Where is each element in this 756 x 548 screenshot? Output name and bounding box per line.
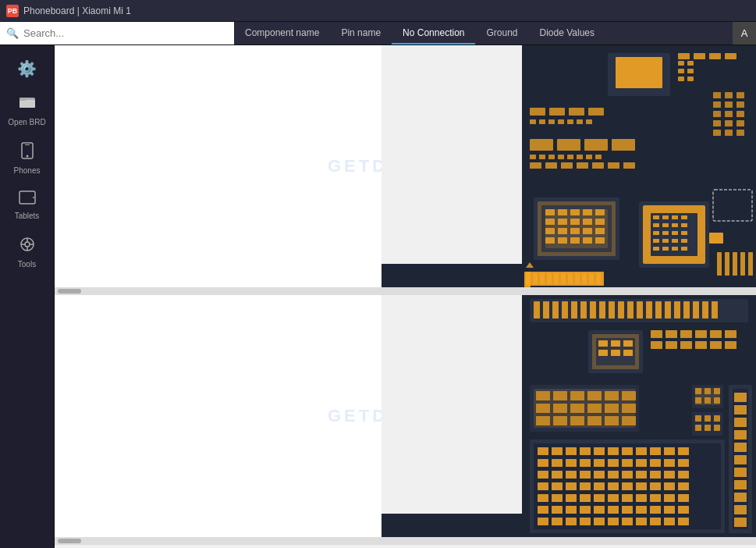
svg-rect-224	[580, 459, 591, 467]
svg-rect-161	[665, 301, 671, 318]
sidebar-label-tools: Tools	[18, 260, 36, 269]
search-icon: 🔍	[6, 27, 19, 39]
svg-rect-96	[558, 119, 564, 124]
svg-rect-222	[552, 459, 563, 467]
svg-rect-231	[678, 459, 689, 467]
sidebar-item-tools[interactable]: Tools	[0, 230, 54, 275]
svg-rect-299	[734, 518, 747, 527]
svg-rect-98	[577, 119, 583, 124]
svg-rect-152	[580, 301, 587, 318]
hscrollbar-bottom[interactable]	[55, 537, 756, 545]
svg-rect-215	[608, 447, 619, 455]
svg-rect-298	[734, 505, 747, 514]
pcb-svg-top	[382, 45, 756, 287]
tab-ground[interactable]: Ground	[475, 22, 528, 44]
svg-rect-216	[622, 447, 633, 455]
svg-rect-261	[636, 494, 647, 502]
sidebar-item-settings[interactable]: ⚙️	[0, 53, 54, 84]
hscrollbar-top[interactable]	[55, 287, 756, 295]
svg-rect-241	[664, 471, 675, 479]
svg-rect-142	[748, 252, 753, 276]
folder-icon	[19, 94, 36, 115]
svg-rect-148	[543, 301, 549, 318]
svg-rect-247	[594, 482, 605, 490]
svg-rect-39	[672, 223, 678, 227]
svg-rect-246	[580, 482, 591, 490]
svg-rect-182	[651, 341, 662, 349]
svg-rect-22	[709, 53, 721, 59]
svg-rect-240	[650, 471, 661, 479]
svg-rect-121	[713, 92, 721, 98]
svg-rect-23	[725, 53, 736, 59]
sidebar-label-open-brd: Open BRD	[8, 118, 45, 126]
settings-icon: ⚙️	[17, 59, 37, 78]
svg-rect-123	[736, 92, 744, 98]
svg-rect-72	[583, 209, 592, 215]
svg-rect-159	[646, 301, 652, 318]
svg-rect-193	[587, 391, 602, 400]
svg-rect-55	[533, 273, 538, 284]
board-panel-top: GETDROIDTIPS	[55, 45, 756, 287]
svg-rect-269	[594, 506, 605, 514]
svg-rect-139	[725, 252, 729, 276]
app-container: 🔍 Component name Pin name No Connection …	[0, 22, 756, 548]
svg-point-4	[26, 155, 28, 158]
svg-rect-76	[570, 219, 580, 225]
svg-rect-127	[713, 111, 721, 117]
svg-rect-78	[595, 219, 605, 225]
svg-rect-306	[705, 397, 711, 404]
board-area[interactable]: GETDROIDTIPS	[55, 45, 756, 548]
svg-rect-114	[561, 162, 573, 169]
svg-rect-164	[693, 301, 699, 318]
svg-rect-243	[538, 482, 548, 490]
tab-diode-values[interactable]: Diode Values	[529, 22, 606, 44]
search-input[interactable]	[23, 27, 228, 39]
svg-rect-150	[562, 301, 568, 318]
svg-rect-100	[530, 139, 553, 151]
svg-rect-213	[580, 447, 591, 455]
sidebar-item-phones[interactable]: Phones	[0, 136, 54, 181]
svg-rect-267	[566, 506, 577, 514]
svg-rect-103	[612, 139, 635, 151]
svg-rect-210	[538, 447, 548, 455]
sidebar-label-tablets: Tablets	[15, 212, 40, 220]
svg-rect-158	[637, 301, 643, 318]
avatar-button[interactable]: A	[733, 22, 756, 44]
sidebar-item-tablets[interactable]: Tablets	[0, 184, 54, 226]
svg-rect-250	[636, 482, 647, 490]
sidebar-item-open-brd[interactable]: Open BRD	[0, 87, 54, 133]
svg-rect-172	[623, 340, 633, 347]
tab-no-connection[interactable]: No Connection	[392, 22, 475, 44]
svg-rect-290	[734, 405, 747, 415]
svg-rect-89	[530, 108, 545, 116]
svg-rect-177	[665, 330, 677, 338]
svg-rect-271	[622, 506, 633, 514]
tab-pin-name[interactable]: Pin name	[330, 22, 392, 44]
svg-rect-173	[598, 350, 608, 356]
svg-rect-185	[695, 341, 707, 349]
svg-rect-81	[570, 228, 580, 234]
svg-rect-170	[598, 340, 608, 347]
svg-rect-140	[733, 252, 737, 276]
svg-rect-197	[553, 404, 567, 413]
svg-rect-135	[736, 130, 744, 136]
svg-rect-207	[622, 416, 636, 425]
svg-rect-93	[530, 119, 536, 124]
svg-rect-211	[552, 447, 563, 455]
tools-icon	[19, 236, 36, 257]
hscrollbar-thumb-bottom	[58, 539, 81, 543]
svg-rect-138	[717, 252, 722, 276]
svg-rect-113	[545, 162, 557, 169]
svg-rect-101	[557, 139, 580, 151]
svg-rect-88	[595, 237, 605, 244]
svg-rect-307	[714, 397, 720, 404]
tab-component-name[interactable]: Component name	[234, 22, 330, 44]
svg-rect-58	[554, 273, 559, 284]
svg-rect-84	[545, 237, 555, 244]
svg-rect-61	[575, 273, 580, 284]
svg-rect-273	[650, 506, 661, 514]
svg-rect-313	[705, 425, 711, 431]
svg-rect-221	[538, 459, 548, 467]
svg-rect-153	[590, 301, 596, 318]
svg-rect-64	[596, 273, 601, 284]
